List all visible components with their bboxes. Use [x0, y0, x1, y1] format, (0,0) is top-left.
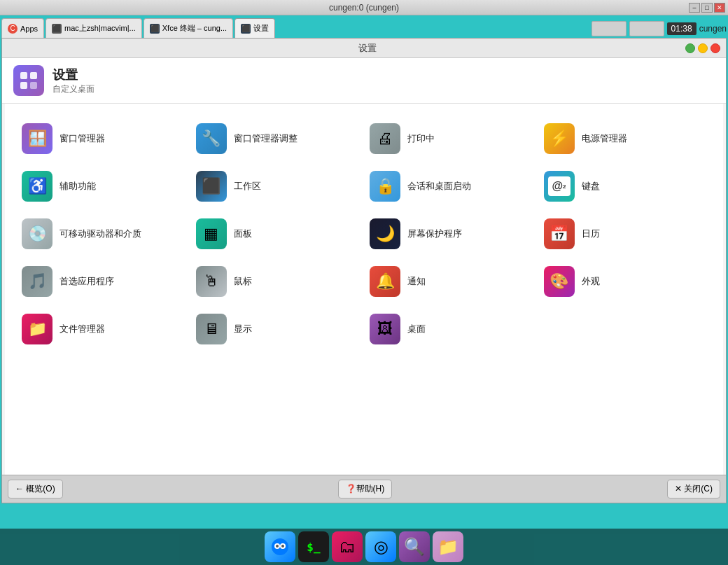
traffic-green[interactable]	[685, 43, 695, 53]
window-manager-icon: 🪟	[22, 123, 52, 154]
desktop-icon: 🖼	[370, 314, 400, 344]
mouse-icon: 🖱	[196, 266, 227, 297]
tab-rect-1	[592, 21, 626, 36]
taskbar-search[interactable]: 🔍	[399, 531, 430, 562]
workspaces-label: 工作区	[234, 180, 261, 193]
removable-drives-label: 可移动驱动器和介质	[59, 228, 141, 240]
settings-item-printing[interactable]: 🖨打印中	[367, 120, 536, 157]
accessibility-icon: ♿	[22, 171, 52, 202]
settings-item-file-manager[interactable]: 📁文件管理器	[19, 311, 188, 347]
file-manager-icon: 📁	[22, 314, 52, 344]
title-bar-text: cungen:0 (cungen)	[329, 3, 399, 13]
finder-icon	[270, 537, 290, 557]
calendar-icon: 📅	[544, 218, 575, 249]
app-header-icon	[13, 65, 44, 96]
tab-settings-icon: ⬛	[241, 24, 251, 34]
settings-item-desktop[interactable]: 🖼桌面	[367, 311, 536, 347]
tab-rect-2	[629, 21, 664, 36]
appearance-icon: 🎨	[544, 266, 575, 297]
tab-settings[interactable]: ⬛ 设置	[234, 18, 275, 38]
tab-xfce-label: Xfce 终端 – cung...	[162, 23, 227, 34]
settings-item-preferred-apps[interactable]: 🎵首选应用程序	[19, 263, 188, 300]
app-subtitle: 自定义桌面	[52, 83, 94, 95]
settings-item-appearance[interactable]: 🎨外观	[541, 263, 710, 300]
settings-item-panel[interactable]: ▦面板	[193, 216, 362, 252]
keyboard-icon: @2	[544, 171, 575, 202]
tab-settings-label: 设置	[253, 23, 269, 34]
session-label: 会话和桌面启动	[407, 180, 471, 193]
calendar-label: 日历	[582, 228, 600, 240]
preferred-apps-icon: 🎵	[22, 266, 52, 297]
power-manager-label: 电源管理器	[582, 132, 627, 145]
settings-item-notifications[interactable]: 🔔通知	[367, 263, 536, 300]
appearance-label: 外观	[582, 275, 600, 288]
minimize-button[interactable]: –	[689, 3, 700, 13]
traffic-red[interactable]	[710, 43, 720, 53]
screensaver-label: 屏幕保护程序	[407, 228, 462, 240]
workspaces-icon: ⬛	[196, 171, 227, 202]
settings-item-workspaces[interactable]: ⬛工作区	[193, 168, 362, 204]
window-header: 设置	[2, 39, 726, 58]
mouse-label: 鼠标	[234, 275, 252, 288]
settings-item-removable-drives[interactable]: 💿可移动驱动器和介质	[19, 216, 188, 252]
settings-item-window-manager-tweaks[interactable]: 🔧窗口管理器调整	[193, 120, 362, 157]
help-button[interactable]: ❓帮助(H)	[338, 480, 393, 498]
traffic-lights	[685, 43, 720, 53]
svg-rect-0	[20, 72, 27, 79]
title-bar-controls: – □ ✕	[689, 3, 725, 13]
screensaver-icon: 🌙	[370, 218, 400, 249]
settings-item-calendar[interactable]: 📅日历	[541, 216, 710, 252]
panel-icon: ▦	[196, 218, 227, 249]
display-icon: 🖥	[196, 314, 227, 344]
printing-icon: 🖨	[370, 123, 400, 154]
taskbar-files[interactable]: 🗂	[332, 531, 363, 562]
username: cungen	[699, 24, 727, 34]
tab-terminal1[interactable]: ⬛ mac上zsh|macvim|...	[46, 18, 142, 38]
taskbar: $_ 🗂 ◎ 🔍 📁	[0, 529, 728, 565]
tab-xfce[interactable]: ⬛ Xfce 终端 – cung...	[144, 18, 233, 38]
app-header: 设置 自定义桌面	[2, 58, 726, 104]
back-button[interactable]: ← 概览(O)	[8, 480, 63, 498]
svg-point-8	[281, 545, 284, 547]
settings-item-session[interactable]: 🔒会话和桌面启动	[367, 168, 536, 204]
settings-grid: 🪟窗口管理器🔧窗口管理器调整🖨打印中⚡电源管理器♿辅助功能⬛工作区🔒会话和桌面启…	[8, 106, 720, 361]
settings-item-display[interactable]: 🖥显示	[193, 311, 362, 347]
printing-label: 打印中	[407, 132, 435, 145]
notifications-icon: 🔔	[370, 266, 400, 297]
tab-apps[interactable]: C Apps	[1, 18, 44, 38]
accessibility-label: 辅助功能	[59, 180, 96, 193]
settings-item-power-manager[interactable]: ⚡电源管理器	[541, 120, 710, 157]
title-bar: cungen:0 (cungen) – □ ✕	[0, 0, 728, 15]
svg-point-4	[272, 538, 288, 555]
panel-label: 面板	[234, 228, 252, 240]
removable-drives-icon: 💿	[22, 218, 52, 249]
window-manager-tweaks-icon: 🔧	[196, 123, 227, 154]
settings-item-keyboard[interactable]: @2键盘	[541, 168, 710, 204]
app-title: 设置	[52, 67, 94, 83]
taskbar-folder[interactable]: 📁	[433, 531, 463, 562]
settings-item-mouse[interactable]: 🖱鼠标	[193, 263, 362, 300]
close-window-button[interactable]: ✕	[714, 3, 725, 13]
taskbar-terminal[interactable]: $_	[298, 531, 329, 562]
close-button[interactable]: ✕ 关闭(C)	[667, 480, 720, 498]
settings-header-svg	[19, 71, 38, 90]
preferred-apps-label: 首选应用程序	[59, 275, 114, 288]
svg-rect-3	[30, 82, 37, 89]
maximize-button[interactable]: □	[701, 3, 713, 13]
notifications-label: 通知	[407, 275, 426, 288]
traffic-yellow[interactable]	[698, 43, 708, 53]
keyboard-label: 键盘	[582, 180, 600, 193]
taskbar-finder[interactable]	[265, 531, 295, 562]
settings-item-window-manager[interactable]: 🪟窗口管理器	[19, 120, 188, 157]
tab-apps-icon: C	[8, 24, 18, 34]
action-bar: ← 概览(O) ❓帮助(H) ✕ 关闭(C)	[2, 475, 726, 503]
settings-item-accessibility[interactable]: ♿辅助功能	[19, 168, 188, 204]
main-window: 设置 设置 自定义桌面 🪟窗口管理器🔧窗口管理器调整🖨打印中⚡电源管理器♿辅助功…	[1, 38, 727, 503]
settings-item-screensaver[interactable]: 🌙屏幕保护程序	[367, 216, 536, 252]
power-manager-icon: ⚡	[544, 123, 575, 154]
window-manager-tweaks-label: 窗口管理器调整	[234, 132, 298, 145]
tab-terminal1-label: mac上zsh|macvim|...	[64, 23, 136, 34]
tab-xfce-icon: ⬛	[150, 24, 160, 34]
desktop-label: 桌面	[407, 323, 426, 335]
taskbar-safari[interactable]: ◎	[365, 531, 396, 562]
